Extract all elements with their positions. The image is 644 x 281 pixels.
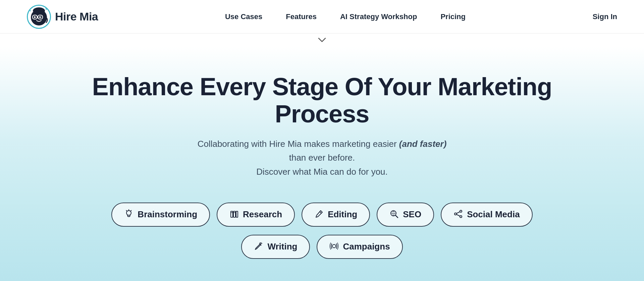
campaigns-icon — [329, 241, 339, 252]
svg-line-29 — [457, 214, 460, 216]
pill-research[interactable]: Research — [217, 203, 295, 227]
svg-line-28 — [457, 212, 460, 213]
logo-icon: ✦ ✦ — [28, 6, 50, 28]
chevron-bar — [0, 34, 644, 46]
edit-icon — [254, 241, 263, 252]
svg-rect-16 — [231, 211, 233, 217]
svg-point-8 — [33, 7, 45, 14]
svg-point-27 — [460, 216, 462, 218]
svg-line-15 — [126, 210, 127, 211]
svg-point-31 — [332, 244, 336, 248]
site-header: ✦ ✦ Hire Mia Use Cases Features AI Strat… — [0, 0, 644, 34]
signin-link[interactable]: Sign In — [593, 12, 617, 21]
pill-seo[interactable]: SEO — [377, 203, 434, 227]
pencil-icon — [314, 209, 324, 220]
logo-text: Hire Mia — [55, 10, 98, 23]
logo-area: ✦ ✦ Hire Mia — [27, 5, 98, 29]
svg-text:✦: ✦ — [45, 7, 48, 11]
svg-text:✦: ✦ — [29, 9, 32, 12]
hero-headline: Enhance Every Stage Of Your Marketing Pr… — [87, 73, 557, 128]
main-nav: Use Cases Features AI Strategy Workshop … — [225, 12, 466, 21]
nav-use-cases[interactable]: Use Cases — [225, 12, 262, 21]
logo-circle: ✦ ✦ — [27, 5, 51, 29]
pill-campaigns[interactable]: Campaigns — [317, 235, 402, 259]
pill-editing[interactable]: Editing — [302, 203, 370, 227]
svg-point-25 — [460, 210, 462, 212]
svg-point-26 — [454, 213, 457, 215]
svg-rect-18 — [236, 211, 238, 217]
svg-point-7 — [40, 16, 41, 17]
hero-section: Enhance Every Stage Of Your Marketing Pr… — [0, 46, 644, 281]
svg-line-23 — [395, 215, 398, 218]
chevron-down-icon[interactable] — [318, 38, 326, 42]
svg-point-5 — [35, 16, 36, 17]
nav-pricing[interactable]: Pricing — [440, 12, 466, 21]
svg-rect-17 — [233, 211, 235, 217]
pills-row-1: Brainstorming Research — [111, 203, 532, 227]
pill-brainstorming[interactable]: Brainstorming — [111, 203, 210, 227]
seo-icon — [389, 209, 399, 220]
share-icon — [453, 209, 463, 220]
pills-row-2: Writing Campaigns — [241, 235, 402, 259]
svg-line-14 — [131, 210, 131, 211]
hero-subheadline: Collaborating with Hire Mia makes market… — [188, 137, 456, 179]
bulb-icon — [124, 209, 133, 220]
pill-writing[interactable]: Writing — [241, 235, 310, 259]
svg-line-21 — [320, 212, 321, 213]
svg-point-11 — [126, 211, 131, 215]
nav-ai-workshop[interactable]: AI Strategy Workshop — [340, 12, 417, 21]
nav-features[interactable]: Features — [286, 12, 317, 21]
pill-social-media[interactable]: Social Media — [441, 203, 533, 227]
books-icon — [229, 209, 239, 220]
